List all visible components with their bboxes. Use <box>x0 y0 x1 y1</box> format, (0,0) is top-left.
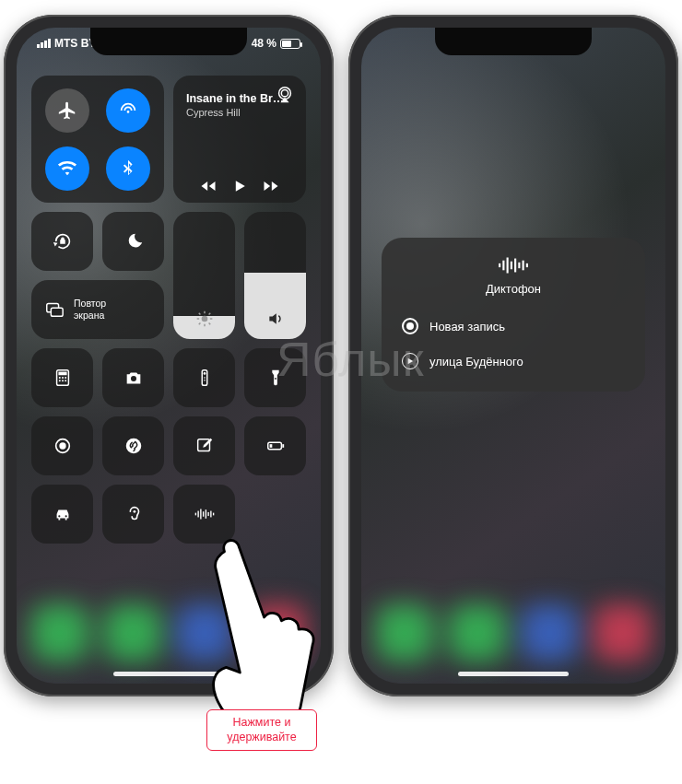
notch <box>435 28 592 55</box>
svg-point-12 <box>65 380 66 381</box>
svg-rect-30 <box>197 511 198 518</box>
svg-rect-6 <box>58 372 66 376</box>
svg-rect-39 <box>507 258 509 274</box>
calculator-icon <box>53 368 73 388</box>
connectivity-group <box>31 76 164 203</box>
svg-point-8 <box>61 377 63 379</box>
svg-rect-42 <box>518 263 520 268</box>
svg-rect-43 <box>523 261 524 271</box>
svg-rect-36 <box>212 513 213 516</box>
waveform-icon <box>194 504 215 524</box>
home-indicator[interactable] <box>458 672 569 676</box>
svg-point-27 <box>65 515 66 517</box>
voice-memos-popup: Диктофон Новая запись улица Будённого <box>382 238 645 392</box>
popup-item-label: улица Будённого <box>429 355 523 369</box>
media-controls[interactable]: Insane in the Br… Cypress Hill <box>173 76 306 203</box>
battery-low-icon <box>265 436 286 456</box>
popup-item-recent-recording[interactable]: улица Будённого <box>398 344 629 379</box>
waveform-icon <box>498 254 529 276</box>
svg-rect-22 <box>197 439 209 451</box>
flashlight-icon <box>265 368 286 388</box>
svg-point-18 <box>275 378 276 380</box>
screen-record-button[interactable] <box>31 416 93 475</box>
svg-point-4 <box>201 316 207 322</box>
orientation-lock-toggle[interactable] <box>31 212 93 271</box>
notch <box>90 28 247 55</box>
svg-point-26 <box>58 515 60 517</box>
svg-rect-44 <box>526 263 528 267</box>
bluetooth-toggle[interactable] <box>106 146 150 191</box>
screen-right: Диктофон Новая запись улица Будённого <box>361 28 665 684</box>
shazam-icon <box>123 436 144 456</box>
svg-point-20 <box>59 442 65 449</box>
svg-point-28 <box>133 510 135 513</box>
brightness-slider[interactable] <box>173 212 235 339</box>
screen-mirroring-label: Повтор экрана <box>74 298 106 321</box>
svg-point-10 <box>58 380 60 381</box>
svg-rect-35 <box>210 511 211 518</box>
dock-blur <box>361 582 665 684</box>
svg-rect-40 <box>511 262 512 270</box>
play-ring-icon <box>402 353 418 369</box>
record-icon <box>53 436 73 456</box>
svg-point-13 <box>130 376 135 381</box>
svg-rect-37 <box>499 263 500 267</box>
calculator-button[interactable] <box>31 348 93 407</box>
svg-point-9 <box>65 377 66 379</box>
svg-rect-3 <box>51 308 63 316</box>
wifi-toggle[interactable] <box>45 146 89 191</box>
car-icon <box>53 504 73 524</box>
screen-mirroring-button[interactable]: Повтор экрана <box>31 280 164 339</box>
cellular-bars-icon <box>37 39 51 48</box>
notes-button[interactable] <box>173 416 235 475</box>
volume-slider[interactable] <box>244 212 306 339</box>
svg-rect-38 <box>502 261 504 271</box>
cellular-data-toggle[interactable] <box>106 88 150 133</box>
svg-point-11 <box>61 380 63 381</box>
battery-percent: 48 % <box>252 37 276 50</box>
ear-icon <box>123 504 144 524</box>
gesture-hint: Нажмите и удерживайте <box>206 709 317 751</box>
flashlight-button[interactable] <box>244 348 306 407</box>
hint-line1: Нажмите и <box>233 716 291 729</box>
apple-tv-remote-button[interactable] <box>173 348 235 407</box>
svg-rect-34 <box>207 512 208 516</box>
speaker-icon <box>266 310 285 328</box>
airplay-icon[interactable] <box>275 85 295 105</box>
popup-item-label: Новая запись <box>429 320 505 333</box>
svg-rect-31 <box>200 509 201 520</box>
svg-point-17 <box>204 380 206 381</box>
popup-item-new-recording[interactable]: Новая запись <box>398 309 629 344</box>
camera-button[interactable] <box>102 348 164 407</box>
sun-icon <box>195 310 214 328</box>
svg-rect-41 <box>514 259 516 273</box>
iphone-frame-right: Диктофон Новая запись улица Будённого <box>348 15 678 696</box>
carplay-button[interactable] <box>31 485 93 544</box>
svg-rect-33 <box>205 509 206 519</box>
hint-line2: удерживайте <box>227 731 296 743</box>
rewind-button[interactable] <box>199 177 218 195</box>
svg-point-7 <box>58 377 60 379</box>
play-button[interactable] <box>230 177 249 195</box>
airplane-mode-toggle[interactable] <box>45 88 89 133</box>
svg-rect-24 <box>282 444 284 448</box>
popup-title: Диктофон <box>486 282 541 296</box>
now-playing-artist: Cypress Hill <box>186 107 293 118</box>
do-not-disturb-toggle[interactable] <box>102 212 164 271</box>
hearing-button[interactable] <box>102 485 164 544</box>
camera-icon <box>123 368 144 388</box>
svg-point-16 <box>204 377 206 379</box>
remote-icon <box>194 368 215 388</box>
record-dot-icon <box>402 318 418 334</box>
svg-rect-29 <box>194 513 195 516</box>
svg-point-1 <box>281 90 288 97</box>
svg-rect-32 <box>202 511 203 517</box>
battery-icon <box>280 39 300 49</box>
svg-rect-25 <box>269 444 272 448</box>
svg-point-0 <box>279 88 291 99</box>
compose-icon <box>194 436 215 456</box>
low-power-button[interactable] <box>244 416 306 475</box>
shazam-button[interactable] <box>102 416 164 475</box>
forward-button[interactable] <box>262 177 280 195</box>
svg-point-15 <box>203 372 206 375</box>
